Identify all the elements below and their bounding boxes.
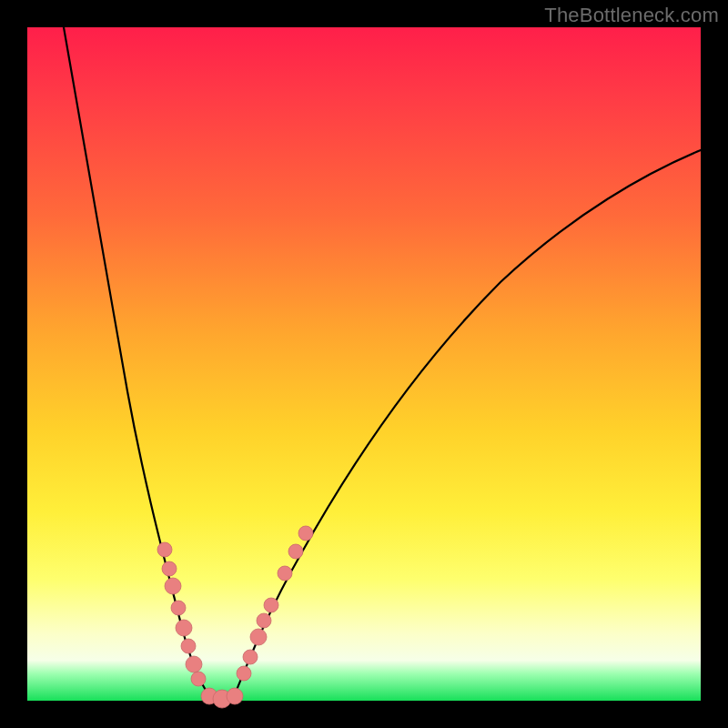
plot-svg	[27, 27, 701, 701]
data-marker	[165, 578, 181, 594]
data-marker	[227, 688, 243, 704]
plot-area	[27, 27, 701, 701]
marker-group	[157, 526, 313, 708]
data-marker	[176, 620, 192, 636]
data-marker	[243, 650, 258, 664]
chart-frame: TheBottleneck.com	[0, 0, 728, 728]
data-marker	[257, 613, 271, 628]
data-marker	[288, 544, 303, 559]
data-marker	[191, 672, 206, 686]
data-marker	[157, 542, 172, 557]
data-marker	[298, 526, 313, 541]
data-marker	[278, 566, 292, 581]
data-marker	[171, 601, 186, 615]
data-marker	[250, 629, 267, 645]
watermark-text: TheBottleneck.com	[544, 4, 719, 27]
data-marker	[186, 656, 202, 672]
data-marker	[264, 598, 278, 612]
curve-right	[232, 150, 701, 701]
data-marker	[237, 666, 251, 681]
curve-left	[64, 27, 214, 701]
data-marker	[162, 561, 177, 576]
data-marker	[181, 639, 196, 653]
